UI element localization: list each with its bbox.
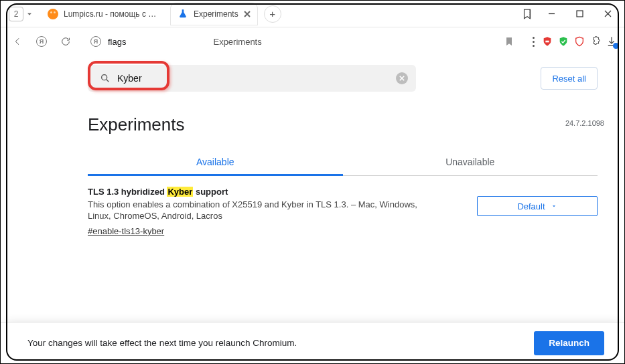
tab-experiments[interactable]: Experiments	[171, 3, 257, 25]
flag-state-label: Default	[517, 201, 545, 211]
tab-count-badge: 2	[9, 7, 23, 21]
privacy-extension-icon[interactable]	[573, 35, 585, 48]
reload-button[interactable]	[56, 31, 76, 52]
address-page-title: Experiments	[213, 37, 261, 47]
reset-all-button[interactable]: Reset all	[541, 67, 598, 90]
window-close-button[interactable]	[594, 1, 622, 27]
site-identity-icon: Я	[90, 36, 101, 47]
lumpics-favicon-icon	[48, 9, 58, 19]
flag-anchor-link[interactable]: #enable-tls13-kyber	[88, 226, 164, 236]
flag-description: This option enables a combination of X25…	[88, 199, 436, 222]
svg-point-2	[102, 75, 107, 80]
flag-title: TLS 1.3 hybridized Kyber support	[88, 187, 464, 197]
adblock-extension-icon[interactable]	[541, 35, 553, 48]
downloads-badge	[613, 43, 619, 49]
svg-rect-1	[545, 41, 549, 43]
extensions-icon[interactable]	[589, 35, 602, 48]
flag-tabs: Available Unavailable	[88, 150, 598, 176]
flags-search-input[interactable]	[116, 72, 156, 84]
flask-icon	[178, 9, 188, 19]
tab-experiments-title: Experiments	[194, 9, 238, 19]
tab-unavailable[interactable]: Unavailable	[343, 150, 598, 176]
relaunch-footer: Your changes will take effect the next t…	[1, 322, 624, 363]
toolbar: Я Я flags Experiments	[1, 27, 624, 56]
browser-window: 2 Lumpics.ru - помощь с ком Experiments …	[0, 0, 625, 364]
downloads-button[interactable]	[606, 35, 618, 48]
version-label: 24.7.2.1098	[565, 119, 604, 127]
yandex-logo-icon: Я	[36, 36, 47, 47]
chevron-down-icon	[551, 203, 557, 209]
bookmark-icon[interactable]	[504, 36, 514, 47]
reading-list-icon[interactable]	[521, 8, 533, 20]
yandex-home-button[interactable]: Я	[31, 31, 52, 52]
titlebar: 2 Lumpics.ru - помощь с ком Experiments …	[1, 1, 624, 27]
relaunch-message: Your changes will take effect the next t…	[27, 338, 297, 348]
back-button[interactable]	[7, 31, 27, 52]
flags-search-box[interactable]	[88, 65, 416, 92]
page-title: Experiments	[88, 114, 598, 135]
address-bar[interactable]: Я flags Experiments	[84, 31, 521, 52]
tab-available[interactable]: Available	[88, 150, 343, 176]
address-url-text: flags	[108, 37, 126, 47]
tab-lumpics-title: Lumpics.ru - помощь с ком	[64, 9, 157, 19]
search-icon	[100, 73, 111, 84]
tab-count-group[interactable]: 2	[9, 7, 34, 21]
window-maximize-button[interactable]	[565, 1, 594, 27]
search-clear-button[interactable]	[396, 72, 408, 84]
flag-state-select[interactable]: Default	[477, 196, 598, 216]
flag-row: TLS 1.3 hybridized Kyber support This op…	[88, 187, 598, 236]
menu-button[interactable]	[532, 37, 535, 47]
security-extension-icon[interactable]	[557, 35, 569, 48]
search-match-highlight: Kyber	[167, 187, 193, 197]
chevron-down-icon	[25, 9, 34, 19]
relaunch-button[interactable]: Relaunch	[534, 331, 604, 355]
flags-page: Reset all Experiments 24.7.2.1098 Availa…	[1, 56, 624, 322]
window-minimize-button[interactable]	[537, 1, 565, 27]
tab-close-icon[interactable]	[244, 11, 251, 17]
new-tab-button[interactable]: +	[264, 5, 281, 23]
svg-rect-0	[577, 11, 583, 17]
tab-lumpics[interactable]: Lumpics.ru - помощь с ком	[41, 3, 164, 25]
